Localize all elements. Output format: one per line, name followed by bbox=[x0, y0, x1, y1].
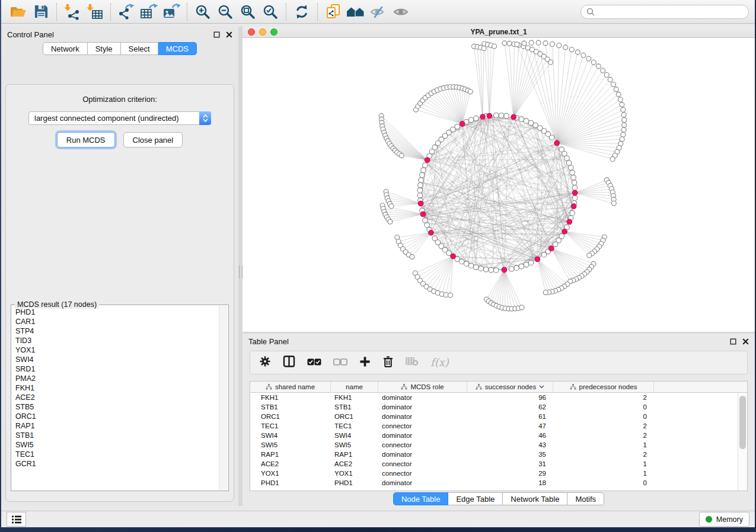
table-settings-button[interactable] bbox=[259, 355, 271, 370]
table-row[interactable]: STB1STB1dominator620 bbox=[250, 402, 747, 412]
network-node[interactable] bbox=[519, 305, 524, 310]
mcds-result-item[interactable]: YOX1 bbox=[15, 345, 219, 355]
network-node[interactable] bbox=[608, 77, 613, 82]
minimize-window-button[interactable] bbox=[259, 28, 266, 36]
network-node[interactable] bbox=[417, 193, 423, 198]
mcds-result-item[interactable]: STB5 bbox=[15, 402, 219, 412]
network-node[interactable] bbox=[587, 253, 592, 258]
network-hub-node[interactable] bbox=[511, 114, 516, 120]
import-table-button[interactable] bbox=[84, 2, 106, 21]
network-node[interactable] bbox=[420, 172, 425, 178]
network-node[interactable] bbox=[575, 50, 580, 55]
mcds-result-item[interactable]: STB1 bbox=[15, 431, 219, 440]
float-window-icon[interactable] bbox=[213, 31, 220, 38]
table-row[interactable]: ORC1ORC1dominator610 bbox=[250, 412, 747, 421]
deselect-all-button[interactable] bbox=[333, 357, 347, 368]
mcds-result-item[interactable]: ACE2 bbox=[15, 393, 219, 402]
network-node[interactable] bbox=[524, 118, 529, 124]
network-graph-svg[interactable] bbox=[243, 38, 755, 332]
network-node[interactable] bbox=[616, 92, 621, 97]
mcds-result-item[interactable]: SRD1 bbox=[15, 364, 219, 374]
tab-edge-table[interactable]: Edge Table bbox=[448, 492, 503, 505]
network-node[interactable] bbox=[419, 178, 424, 183]
network-hub-node[interactable] bbox=[429, 230, 434, 236]
close-panel-icon[interactable] bbox=[742, 338, 749, 345]
network-node[interactable] bbox=[572, 185, 578, 190]
network-node[interactable] bbox=[504, 113, 509, 118]
network-hub-node[interactable] bbox=[535, 257, 540, 262]
mcds-result-item[interactable]: PHD1 bbox=[15, 307, 219, 317]
network-node[interactable] bbox=[515, 42, 519, 47]
task-history-button[interactable] bbox=[7, 512, 26, 527]
hide-selected-button[interactable] bbox=[367, 2, 390, 21]
network-node[interactable] bbox=[389, 204, 394, 209]
network-node[interactable] bbox=[473, 116, 479, 121]
network-hub-node[interactable] bbox=[502, 267, 507, 273]
network-node[interactable] bbox=[489, 267, 494, 273]
network-node[interactable] bbox=[559, 234, 564, 239]
network-node[interactable] bbox=[566, 161, 572, 166]
refresh-layout-button[interactable] bbox=[291, 2, 313, 21]
select-all-button[interactable] bbox=[307, 357, 321, 368]
network-hub-node[interactable] bbox=[451, 254, 456, 259]
table-row[interactable]: SWI5SWI5connector431 bbox=[250, 440, 747, 450]
network-node[interactable] bbox=[572, 180, 577, 185]
network-node[interactable] bbox=[494, 268, 499, 273]
zoom-fit-button[interactable] bbox=[237, 2, 259, 21]
network-node[interactable] bbox=[507, 41, 512, 46]
network-node[interactable] bbox=[581, 53, 586, 57]
column-header-predecessor-nodes[interactable]: predecessor nodes bbox=[553, 382, 654, 392]
table-row[interactable]: PHD1PHD1dominator180 bbox=[250, 478, 747, 488]
show-all-button[interactable] bbox=[390, 2, 412, 21]
close-panel-button[interactable]: Close panel bbox=[123, 132, 183, 148]
network-node[interactable] bbox=[494, 113, 499, 118]
network-node[interactable] bbox=[528, 260, 534, 265]
column-header-successor-nodes[interactable]: successor nodes bbox=[467, 382, 553, 392]
mcds-result-item[interactable]: SWI5 bbox=[15, 440, 219, 450]
export-table-button[interactable] bbox=[138, 2, 160, 21]
table-row[interactable]: RAP1RAP1dominator352 bbox=[250, 450, 747, 459]
network-node[interactable] bbox=[514, 265, 519, 271]
network-node[interactable] bbox=[468, 263, 474, 268]
delete-column-button[interactable] bbox=[382, 355, 394, 370]
add-column-button[interactable] bbox=[359, 356, 371, 370]
network-node[interactable] bbox=[591, 60, 596, 65]
network-node[interactable] bbox=[621, 107, 626, 112]
network-node[interactable] bbox=[529, 40, 534, 45]
mcds-result-item[interactable]: PMA2 bbox=[15, 374, 219, 383]
network-hub-node[interactable] bbox=[487, 113, 492, 118]
network-node[interactable] bbox=[479, 266, 484, 271]
network-node[interactable] bbox=[519, 117, 524, 122]
network-node[interactable] bbox=[568, 165, 573, 171]
open-file-button[interactable] bbox=[7, 2, 30, 21]
network-node[interactable] bbox=[524, 262, 529, 267]
mcds-result-item[interactable]: TEC1 bbox=[15, 450, 219, 459]
network-node[interactable] bbox=[417, 188, 423, 193]
tab-network-table[interactable]: Network Table bbox=[503, 492, 567, 505]
network-node[interactable] bbox=[557, 43, 562, 48]
network-node[interactable] bbox=[543, 41, 548, 46]
network-node[interactable] bbox=[473, 265, 479, 270]
tab-mcds[interactable]: MCDS bbox=[158, 42, 197, 55]
tab-select[interactable]: Select bbox=[121, 42, 158, 55]
table-row[interactable]: FKH1FKH1dominator962 bbox=[250, 393, 747, 402]
network-hub-node[interactable] bbox=[425, 158, 430, 163]
network-node[interactable] bbox=[418, 182, 423, 188]
network-hub-node[interactable] bbox=[571, 204, 576, 209]
network-node[interactable] bbox=[519, 264, 524, 269]
network-node[interactable] bbox=[572, 196, 578, 201]
network-node[interactable] bbox=[448, 293, 452, 297]
close-panel-icon[interactable] bbox=[226, 31, 232, 38]
network-canvas[interactable] bbox=[243, 38, 755, 332]
network-node[interactable] bbox=[611, 82, 615, 87]
mcds-result-item[interactable]: SWI4 bbox=[15, 355, 219, 364]
mcds-result-item[interactable]: TID3 bbox=[15, 336, 219, 345]
network-node[interactable] bbox=[423, 163, 428, 168]
network-hub-node[interactable] bbox=[460, 121, 465, 127]
network-hub-node[interactable] bbox=[420, 211, 426, 217]
network-node[interactable] bbox=[571, 175, 576, 180]
tab-node-table[interactable]: Node Table bbox=[393, 492, 449, 505]
network-node[interactable] bbox=[569, 47, 574, 52]
network-node[interactable] bbox=[522, 41, 527, 46]
zoom-selected-button[interactable] bbox=[259, 2, 282, 21]
